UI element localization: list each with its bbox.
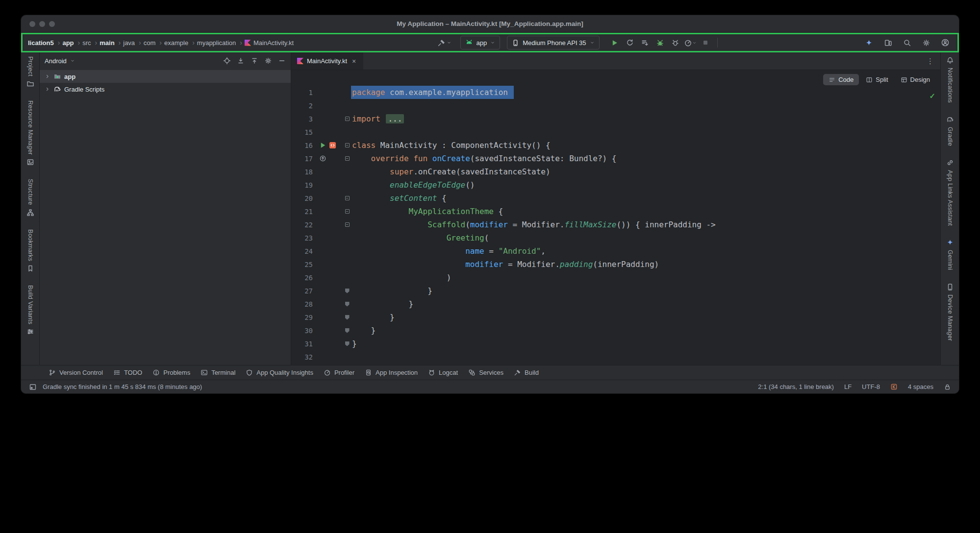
line-number[interactable]: 20: [291, 194, 313, 202]
gemini-button[interactable]: [862, 36, 876, 49]
line-number[interactable]: 16: [291, 142, 313, 149]
close-window-button[interactable]: [29, 21, 35, 27]
code-line-17[interactable]: 17 override fun onCreate(savedInstanceSt…: [291, 152, 940, 165]
tree-item-gradle-scripts[interactable]: Gradle Scripts: [40, 83, 291, 96]
lock-icon[interactable]: [944, 383, 951, 390]
tool-button-todo[interactable]: TODO: [113, 369, 142, 376]
line-number[interactable]: 24: [291, 247, 313, 255]
running-devices-button[interactable]: [881, 36, 895, 49]
breadcrumb-item[interactable]: myapplication: [197, 38, 244, 48]
breadcrumb-item[interactable]: lication5: [27, 38, 62, 48]
line-number[interactable]: 15: [291, 128, 313, 136]
code-text[interactable]: package com.example.myapplication: [351, 86, 514, 99]
tool-window-layout-icon[interactable]: [29, 383, 37, 391]
code-line-26[interactable]: 26 ): [291, 271, 940, 284]
expand-all-icon[interactable]: [237, 57, 245, 65]
line-number[interactable]: 23: [291, 234, 313, 242]
code-text[interactable]: [351, 99, 352, 112]
debug-button[interactable]: [653, 36, 667, 49]
code-line-25[interactable]: 25 modifier = Modifier.padding(innerPadd…: [291, 258, 940, 271]
code-text[interactable]: class MainActivity : ComponentActivity()…: [351, 139, 551, 152]
run-gutter-icon[interactable]: [319, 142, 327, 149]
tool-button-problems[interactable]: Problems: [152, 369, 190, 376]
code-text[interactable]: }: [351, 297, 413, 311]
inspections-ok-icon[interactable]: [929, 92, 935, 100]
code-line-18[interactable]: 18 super.onCreate(savedInstanceState): [291, 165, 940, 178]
fold-marker[interactable]: [345, 117, 350, 121]
tree-item-app[interactable]: app: [40, 70, 291, 83]
line-number[interactable]: 25: [291, 261, 313, 268]
code-text[interactable]: [351, 350, 352, 363]
status-widget-icon[interactable]: [890, 383, 898, 390]
code-text[interactable]: }: [351, 311, 395, 324]
tool-button-services[interactable]: Services: [468, 369, 503, 376]
code-line-3[interactable]: 3import ...: [291, 112, 940, 125]
collapse-all-icon[interactable]: [251, 57, 258, 65]
line-number[interactable]: 29: [291, 314, 313, 321]
attach-debugger-button[interactable]: [668, 36, 682, 49]
fold-marker[interactable]: [345, 209, 350, 214]
code-line-15[interactable]: 15: [291, 125, 940, 139]
line-number[interactable]: 22: [291, 221, 313, 229]
settings-button[interactable]: [919, 36, 933, 49]
tool-button-device-manager[interactable]: Device Manager: [946, 283, 954, 341]
code-line-19[interactable]: 19 enableEdgeToEdge(): [291, 178, 940, 192]
tab-mainactivity[interactable]: MainActivity.kt: [291, 52, 363, 70]
breadcrumb-item[interactable]: MainActivity.kt: [244, 38, 294, 48]
chevron-down-icon[interactable]: [70, 58, 75, 63]
breadcrumb-item[interactable]: com: [143, 38, 164, 48]
code-text[interactable]: super.onCreate(savedInstanceState): [351, 165, 551, 178]
apply-changes-button[interactable]: [623, 36, 637, 49]
tool-button-profiler[interactable]: Profiler: [324, 369, 354, 376]
fold-marker[interactable]: [345, 289, 350, 293]
line-number[interactable]: 21: [291, 208, 313, 216]
chevron-right-icon[interactable]: [45, 73, 50, 79]
line-number[interactable]: 30: [291, 327, 313, 335]
device-selector[interactable]: Medium Phone API 35: [507, 36, 599, 49]
mode-split-button[interactable]: Split: [860, 74, 893, 85]
code-line-31[interactable]: 31}: [291, 337, 940, 350]
fold-marker[interactable]: [345, 143, 350, 147]
code-line-28[interactable]: 28 }: [291, 297, 940, 311]
tool-button-app-quality-insights[interactable]: App Quality Insights: [246, 369, 313, 376]
tool-button-logcat[interactable]: Logcat: [428, 369, 458, 376]
code-editor[interactable]: 1package com.example.myapplication23impo…: [291, 70, 940, 365]
line-number[interactable]: 17: [291, 155, 313, 163]
encoding-widget[interactable]: UTF-8: [862, 383, 880, 390]
caret-position-widget[interactable]: 2:1 (34 chars, 1 line break): [758, 383, 834, 390]
project-view-selector[interactable]: Android: [45, 57, 67, 65]
tool-button-app-links-assistant[interactable]: App Links Assistant: [946, 159, 954, 226]
fold-marker[interactable]: [345, 315, 350, 320]
code-text[interactable]: modifier = Modifier.padding(innerPadding…: [351, 258, 659, 271]
code-text[interactable]: [351, 125, 352, 139]
code-text[interactable]: ): [351, 271, 451, 284]
code-line-27[interactable]: 27 }: [291, 284, 940, 297]
line-number[interactable]: 31: [291, 340, 313, 348]
mode-design-button[interactable]: Design: [895, 74, 935, 85]
account-button[interactable]: [938, 36, 953, 49]
tool-button-project[interactable]: Project: [26, 56, 34, 88]
tool-button-gradle[interactable]: Gradle: [946, 116, 954, 146]
code-line-2[interactable]: 2: [291, 99, 940, 112]
locate-file-icon[interactable]: [223, 57, 231, 65]
code-line-22[interactable]: 22 Scaffold(modifier = Modifier.fillMaxS…: [291, 218, 940, 231]
code-text[interactable]: }: [351, 324, 376, 337]
search-everywhere-button[interactable]: [900, 36, 914, 49]
line-number[interactable]: 28: [291, 300, 313, 308]
tool-button-app-inspection[interactable]: App Inspection: [365, 369, 418, 376]
line-number[interactable]: 19: [291, 181, 313, 189]
code-text[interactable]: name = "Android",: [351, 244, 546, 258]
code-line-24[interactable]: 24 name = "Android",: [291, 244, 940, 258]
tool-button-build-variants[interactable]: Build Variants: [26, 285, 34, 336]
tool-button-notifications[interactable]: Notifications: [946, 56, 954, 103]
breadcrumb-item[interactable]: src: [82, 38, 99, 48]
close-tab-button[interactable]: [351, 57, 357, 65]
line-number[interactable]: 2: [291, 102, 313, 110]
mode-code-button[interactable]: Code: [823, 74, 859, 85]
line-number[interactable]: 18: [291, 168, 313, 176]
fold-marker[interactable]: [345, 196, 350, 200]
stop-button[interactable]: [699, 36, 713, 49]
run-configuration-selector[interactable]: app: [460, 36, 501, 49]
line-number[interactable]: 27: [291, 287, 313, 295]
tool-button-terminal[interactable]: Terminal: [201, 369, 235, 376]
